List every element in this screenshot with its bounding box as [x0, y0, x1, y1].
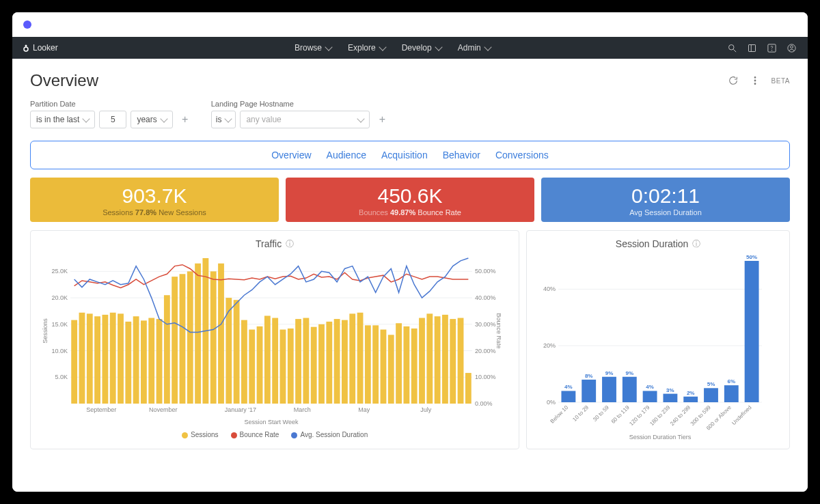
tab-overview[interactable]: Overview [271, 150, 311, 160]
svg-rect-70 [388, 335, 394, 404]
svg-rect-61 [318, 324, 325, 404]
svg-rect-41 [164, 295, 170, 404]
filter-value-select[interactable]: any value [240, 111, 370, 128]
svg-rect-33 [102, 315, 108, 404]
kpi-sub: Avg Session Duration [541, 208, 790, 216]
svg-rect-55 [272, 318, 278, 404]
menu-admin[interactable]: Admin [458, 43, 491, 53]
svg-rect-80 [465, 373, 472, 404]
svg-rect-71 [396, 323, 402, 404]
svg-text:30 to 59: 30 to 59 [592, 404, 610, 423]
svg-text:60 to 119: 60 to 119 [610, 404, 631, 425]
svg-rect-67 [365, 325, 371, 404]
svg-rect-110 [704, 388, 718, 402]
svg-text:0.00%: 0.00% [475, 400, 493, 407]
svg-text:3%: 3% [666, 387, 674, 393]
svg-rect-51 [241, 320, 247, 404]
search-icon[interactable] [727, 43, 737, 53]
traffic-legend: Sessions Bounce Rate Avg. Session Durati… [39, 431, 510, 438]
svg-text:120 to 179: 120 to 179 [629, 404, 651, 427]
kpi-value: 450.6K [286, 184, 534, 208]
svg-text:0%: 0% [547, 399, 556, 406]
svg-text:5.0K: 5.0K [55, 374, 68, 380]
svg-rect-100 [602, 377, 616, 402]
svg-text:Bounce Rate: Bounce Rate [495, 313, 502, 348]
svg-rect-98 [582, 380, 597, 402]
svg-text:20.0K: 20.0K [51, 294, 68, 301]
chevron-down-icon [435, 43, 442, 51]
svg-rect-44 [187, 271, 193, 404]
svg-rect-39 [148, 318, 154, 404]
user-icon[interactable] [787, 43, 797, 53]
svg-text:20%: 20% [543, 342, 556, 349]
kpi-sub: Bounces 49.87% Bounce Rate [286, 208, 534, 216]
add-filter-button[interactable]: + [177, 111, 193, 128]
svg-rect-59 [303, 318, 309, 404]
svg-rect-4 [749, 44, 756, 51]
svg-rect-30 [79, 313, 85, 404]
info-icon[interactable] [692, 238, 700, 250]
svg-rect-48 [218, 264, 224, 404]
info-icon[interactable] [286, 238, 294, 250]
svg-text:10.0K: 10.0K [51, 348, 68, 354]
svg-rect-38 [141, 320, 147, 404]
svg-rect-56 [280, 330, 286, 404]
chart-title: Session Duration [535, 238, 781, 250]
svg-point-2 [729, 44, 735, 50]
menu-browse[interactable]: Browse [295, 43, 331, 53]
svg-rect-102 [623, 377, 637, 402]
page-body: Overview BETA Partition Date is in the l… [12, 59, 808, 492]
svg-text:40%: 40% [543, 285, 556, 292]
report-tabs-card: Overview Audience Acquisition Behavior C… [30, 141, 790, 169]
svg-text:4%: 4% [564, 384, 573, 390]
window-control-dot[interactable] [23, 20, 31, 29]
filter-op-select[interactable]: is in the last [30, 111, 95, 128]
filter-op-select[interactable]: is [211, 111, 236, 128]
boards-icon[interactable] [747, 43, 757, 53]
svg-rect-63 [334, 319, 340, 404]
svg-text:180 to 239: 180 to 239 [648, 404, 671, 427]
chevron-down-icon [225, 115, 232, 122]
svg-text:4%: 4% [646, 384, 655, 390]
beta-badge: BETA [771, 77, 790, 85]
traffic-chart: 5.0K10.0K15.0K20.0K25.0K0.00%10.00%20.00… [39, 254, 504, 428]
filter-value-input[interactable] [99, 111, 126, 128]
svg-rect-54 [264, 316, 271, 404]
tab-behavior[interactable]: Behavior [443, 150, 480, 160]
add-filter-button[interactable]: + [374, 111, 390, 128]
help-icon[interactable] [767, 43, 777, 53]
reload-icon[interactable] [728, 75, 739, 86]
svg-text:Sessions: Sessions [42, 318, 49, 344]
filter-label: Partition Date [30, 100, 193, 108]
tab-acquisition[interactable]: Acquisition [381, 150, 428, 160]
menu-explore[interactable]: Explore [348, 43, 385, 53]
svg-rect-52 [249, 330, 255, 404]
svg-rect-66 [357, 313, 364, 404]
svg-point-7 [771, 50, 772, 51]
svg-text:50.00%: 50.00% [475, 268, 496, 275]
svg-rect-40 [156, 319, 163, 404]
tab-conversions[interactable]: Conversions [495, 150, 549, 160]
svg-point-12 [754, 83, 756, 85]
top-menus: Browse Explore Develop Admin [58, 43, 727, 53]
tab-audience[interactable]: Audience [327, 150, 366, 160]
svg-rect-36 [125, 322, 131, 404]
menu-develop[interactable]: Develop [402, 43, 441, 53]
svg-rect-76 [435, 316, 441, 404]
svg-rect-104 [643, 391, 657, 402]
svg-point-1 [24, 47, 28, 51]
brand-logo[interactable]: Looker [22, 43, 58, 53]
svg-rect-57 [288, 328, 294, 404]
kpi-sessions[interactable]: 903.7K Sessions 77.8% New Sessions [30, 178, 279, 222]
svg-rect-37 [133, 316, 139, 404]
kpi-bounces[interactable]: 450.6K Bounces 49.87% Bounce Rate [286, 178, 534, 222]
svg-rect-77 [442, 315, 448, 404]
svg-rect-96 [562, 391, 576, 402]
legend-item: Sessions [191, 431, 219, 438]
legend-item: Bounce Rate [240, 431, 279, 438]
more-icon[interactable] [750, 75, 761, 86]
filter-unit-select[interactable]: years [131, 111, 172, 128]
mac-titlebar [12, 12, 808, 37]
svg-rect-58 [295, 319, 301, 404]
kpi-avg-session[interactable]: 0:02:11 Avg Session Duration [541, 178, 790, 222]
